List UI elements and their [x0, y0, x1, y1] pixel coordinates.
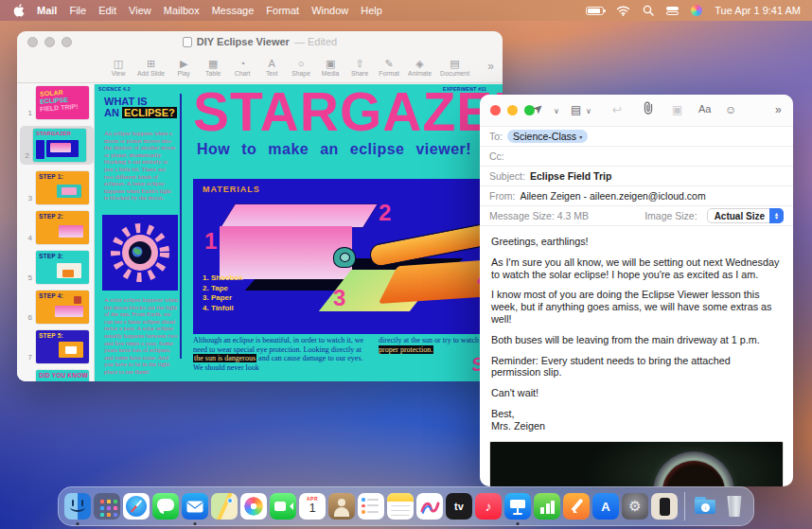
dock-downloads[interactable]: ↓	[692, 493, 718, 520]
message-body[interactable]: Greetings, earthlings! As I'm sure you a…	[480, 226, 793, 432]
control-center-icon[interactable]	[666, 7, 679, 15]
keynote-window-controls[interactable]	[27, 37, 72, 47]
play-icon: ▶	[180, 59, 187, 69]
emoji-button[interactable]: ☺	[725, 103, 736, 116]
cc-field[interactable]: Cc:	[480, 147, 793, 167]
dock-system-settings[interactable]: ⚙	[622, 493, 648, 520]
media-icon: ▣	[326, 59, 335, 69]
keynote-toolbar-view[interactable]: ◫View	[108, 59, 129, 77]
document-proxy-icon[interactable]	[183, 37, 192, 47]
menu-app-name[interactable]: Mail	[37, 5, 57, 16]
menu-help[interactable]: Help	[361, 5, 382, 16]
toolbar-overflow-icon[interactable]: »	[775, 103, 782, 116]
dock-photos[interactable]	[240, 493, 267, 520]
body-paragraph: Greetings, earthlings!	[491, 236, 782, 248]
keynote-toolbar-chart[interactable]: ◔Chart	[232, 59, 253, 77]
keynote-toolbar-share[interactable]: ⇧Share	[349, 59, 370, 77]
materials-label: MATERIALS	[203, 185, 260, 194]
siri-icon[interactable]	[691, 5, 702, 16]
slide-thumb-1[interactable]: 1 SOLAR ECLIPSE FIELD TRIP!	[23, 86, 94, 119]
slide-thumb-7[interactable]: 7 STEP 5:	[23, 330, 94, 363]
menu-file[interactable]: File	[69, 5, 86, 16]
materials-panel: MATERIALS 1 2 3 4 1. Shoebox 2. Tape	[193, 179, 503, 334]
menu-format[interactable]: Format	[266, 5, 299, 16]
keynote-toolbar-animate[interactable]: ◈Animate	[408, 59, 432, 77]
header-fields-chevron-icon[interactable]: ∨	[586, 107, 591, 115]
to-field[interactable]: To: Science-Class▾	[480, 127, 793, 147]
minimize-button[interactable]	[44, 37, 55, 47]
dock-calendar[interactable]: APR1	[299, 493, 326, 520]
slide-thumb-2-selected[interactable]: 2 STARGAZER	[20, 126, 94, 165]
menu-edit[interactable]: Edit	[98, 5, 116, 16]
send-button[interactable]: ➤	[533, 101, 543, 115]
mail-compose-window: ➤ ∨ ▤ ∨ ↩ ▣ Aa ☺ » To: Science-Class▾ Cc…	[480, 95, 793, 486]
keynote-toolbar-shape[interactable]: ○Shape	[291, 59, 311, 77]
subject-field[interactable]: Subject: Eclipse Field Trip	[480, 167, 793, 186]
slide-thumb-3[interactable]: 3 STEP 1:	[23, 171, 94, 204]
dock-trash[interactable]	[721, 493, 748, 520]
from-field[interactable]: From: Aileen Zeigen - aileen.zeigen@iclo…	[480, 186, 793, 206]
keynote-toolbar-format[interactable]: ✎Format	[379, 59, 399, 77]
dock-facetime[interactable]	[270, 493, 296, 520]
dock-contacts[interactable]	[328, 493, 355, 520]
keynote-toolbar-text[interactable]: AText	[261, 59, 282, 77]
slide-canvas[interactable]: SCIENCE 4.2 EXPERIMENT #11 WHAT IS AN EC…	[95, 84, 503, 381]
menu-mailbox[interactable]: Mailbox	[164, 5, 200, 16]
dock-messages[interactable]	[152, 493, 179, 520]
body-paragraph: Reminder: Every student needs to bring t…	[491, 355, 782, 379]
dock-app-store[interactable]: A	[592, 493, 619, 520]
dock-tv[interactable]: tv	[446, 493, 472, 520]
mail-header-fields: To: Science-Class▾ Cc: Subject: Eclipse …	[480, 126, 793, 226]
slide-thumb-4[interactable]: 4 STEP 2:	[23, 211, 94, 244]
desktop: Mail File Edit View Mailbox Message Form…	[0, 0, 812, 529]
close-button[interactable]	[490, 105, 501, 115]
image-size-popup[interactable]: Actual Size ▲▼	[707, 208, 784, 223]
dock-launchpad[interactable]	[94, 493, 120, 520]
dock-music[interactable]: ♪	[475, 493, 502, 520]
attach-button[interactable]	[643, 101, 654, 117]
menu-view[interactable]: View	[129, 5, 151, 16]
dock-finder[interactable]	[64, 493, 91, 520]
slide-sun-illustration	[102, 215, 178, 291]
format-button[interactable]: Aa	[698, 103, 711, 115]
dock-iphone-mirroring[interactable]	[651, 493, 678, 520]
dock-pages[interactable]	[563, 493, 590, 520]
keynote-toolbar-table[interactable]: ▦Table	[203, 59, 223, 77]
send-options-chevron-icon[interactable]: ∨	[554, 107, 559, 115]
dock-maps[interactable]	[211, 493, 238, 520]
message-size-value: 4.3 MB	[557, 210, 589, 221]
dock-reminders[interactable]	[358, 493, 384, 520]
dock-numbers[interactable]	[534, 493, 560, 520]
apple-menu[interactable]	[13, 4, 25, 17]
keynote-toolbar-document[interactable]: ▤Document	[440, 59, 469, 77]
add-slide-icon: ⊞	[147, 59, 155, 69]
dock-safari[interactable]	[123, 493, 150, 520]
keynote-window-title: DIY Eclipse Viewer — Edited	[183, 36, 337, 47]
slide-thumb-8[interactable]: 8 DID YOU KNOW	[23, 370, 94, 381]
slide-thumb-6[interactable]: 6 STEP 4:	[23, 291, 94, 324]
wifi-icon[interactable]	[616, 6, 630, 16]
dock-mail[interactable]	[182, 493, 208, 520]
menu-window[interactable]: Window	[311, 5, 348, 16]
shoebox	[220, 226, 352, 279]
dock: APR1 tv ♪ A ⚙ ↓	[58, 486, 754, 526]
eclipse-photo-attachment[interactable]	[489, 441, 784, 486]
keynote-toolbar-add-slide[interactable]: ⊞Add Slide	[137, 59, 165, 77]
menu-clock[interactable]: Tue Apr 1 9:41 AM	[715, 5, 801, 16]
header-fields-button[interactable]: ▤	[571, 103, 581, 116]
search-icon[interactable]	[643, 5, 654, 16]
toolbar-overflow-icon[interactable]: »	[487, 60, 494, 73]
keynote-toolbar-play[interactable]: ▶Play	[173, 59, 194, 77]
zoom-button[interactable]	[62, 37, 72, 47]
close-button[interactable]	[27, 37, 38, 47]
keynote-toolbar-media[interactable]: ▣Media	[320, 59, 341, 77]
menu-message[interactable]: Message	[212, 5, 255, 16]
minimize-button[interactable]	[507, 105, 518, 115]
battery-icon[interactable]	[586, 7, 604, 15]
dock-notes[interactable]	[387, 493, 414, 520]
recipient-token[interactable]: Science-Class▾	[507, 130, 588, 143]
body-signoff: Best,	[491, 408, 782, 420]
dock-keynote[interactable]	[504, 493, 531, 520]
slide-thumb-5[interactable]: 5 STEP 3:	[23, 251, 94, 284]
dock-freeform[interactable]	[416, 493, 443, 520]
